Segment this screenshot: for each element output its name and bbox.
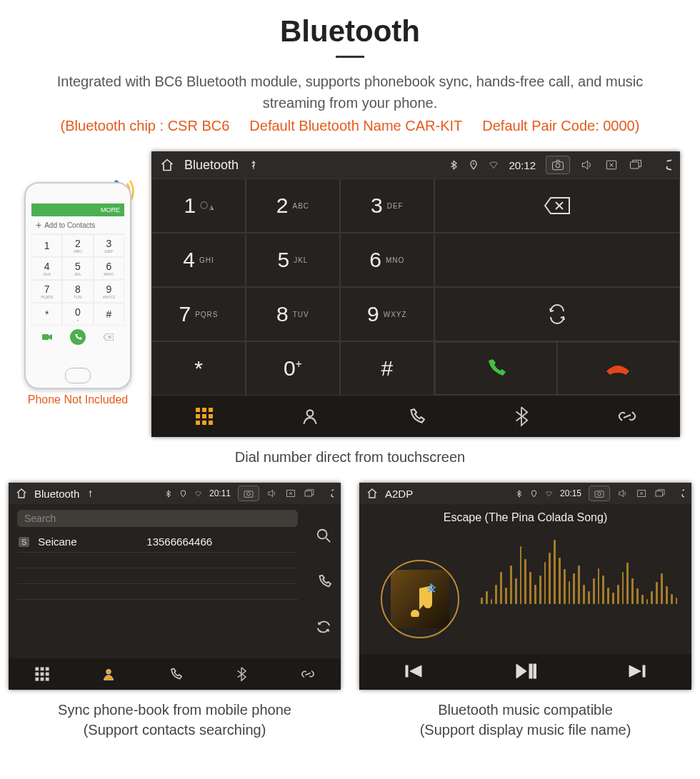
bluetooth-status-icon [515, 490, 523, 498]
dial-key-6[interactable]: 6MNO [340, 233, 434, 287]
next-track-button[interactable] [626, 663, 646, 682]
phone-backspace-icon [94, 326, 124, 348]
call-log-icon[interactable] [316, 573, 331, 589]
page-header: Bluetooth Integrated with BC6 Bluetooth … [0, 0, 700, 134]
close-app-icon[interactable] [636, 488, 647, 499]
dialer-topbar: Bluetooth 20:12 [151, 151, 680, 179]
dialer-bottom-nav [151, 396, 680, 437]
bluetooth-status-icon [164, 490, 172, 498]
spec-pair: Default Pair Code: 0000) [482, 118, 639, 134]
back-icon[interactable] [653, 158, 671, 172]
a2dp-panel: A2DP 20:15 Escape (The Pina Colada Song) [359, 483, 691, 690]
home-icon[interactable] [16, 488, 27, 499]
recent-apps-icon[interactable] [629, 158, 643, 172]
dial-key-9[interactable]: 9WXYZ [340, 287, 434, 341]
dial-key-7[interactable]: 7PQRS [151, 287, 246, 341]
dial-key-2[interactable]: 2ABC [246, 179, 340, 233]
recent-apps-icon[interactable] [654, 488, 666, 499]
svg-point-3 [556, 164, 560, 168]
hangup-button[interactable] [557, 342, 679, 395]
nav-keypad[interactable] [151, 396, 257, 437]
smartphone-mock: MORE + Add to Contacts 12ABC3DEF4GHI5JKL… [24, 182, 131, 389]
nav-link[interactable] [274, 658, 341, 690]
phone-status-bar: MORE [31, 203, 124, 216]
svg-point-1 [473, 163, 474, 164]
home-icon[interactable] [160, 158, 174, 172]
nav-contacts[interactable] [75, 658, 141, 690]
contact-name: Seicane [38, 536, 138, 548]
svg-rect-0 [42, 334, 49, 340]
location-icon [469, 160, 479, 170]
screenshot-button[interactable] [589, 486, 610, 501]
phone-key-8: 8TUV [62, 280, 93, 303]
svg-rect-16 [656, 491, 662, 496]
title-underline [336, 56, 364, 58]
music-note-icon [402, 581, 438, 617]
backspace-button[interactable] [434, 179, 680, 233]
nav-bluetooth[interactable] [208, 658, 274, 690]
wifi-icon [489, 160, 499, 170]
phone-not-included-note: Phone Not Included [17, 393, 139, 406]
nav-call-log[interactable] [141, 658, 208, 690]
back-icon[interactable] [673, 488, 684, 499]
nav-link[interactable] [574, 396, 680, 437]
topbar-title: A2DP [385, 488, 413, 500]
volume-icon[interactable] [266, 488, 278, 499]
equalizer-visual [481, 518, 677, 604]
phone-video-icon [31, 326, 62, 348]
dial-key-3[interactable]: 3DEF [340, 179, 434, 233]
dialer-panel: Bluetooth 20:12 1◯ ◮2ABC3DEF4GHI5JKL6MNO… [151, 151, 680, 437]
svg-rect-13 [595, 491, 604, 498]
dial-key-8[interactable]: 8TUV [246, 287, 340, 341]
bluetooth-status-icon [449, 160, 459, 170]
screenshot-button[interactable] [546, 156, 570, 174]
spec-chip: (Bluetooth chip : CSR BC6 [61, 118, 230, 134]
phone-key-7: 7PQRS [31, 280, 62, 303]
svg-point-14 [598, 492, 601, 496]
screenshot-button[interactable] [238, 486, 259, 501]
volume-icon[interactable] [617, 488, 629, 499]
phone-key-5: 5JKL [62, 257, 93, 280]
nav-bluetooth[interactable] [469, 396, 574, 437]
phone-key-1: 1 [31, 234, 62, 257]
refresh-icon[interactable] [316, 619, 331, 635]
spec-name: Default Bluetooth Name CAR-KIT [249, 118, 462, 134]
location-icon [530, 490, 538, 498]
nav-call-log[interactable] [363, 396, 469, 437]
svg-rect-17 [406, 665, 408, 677]
description-text: Integrated with BC6 Bluetooth module, su… [43, 71, 657, 114]
dial-key-0[interactable]: 0+ [246, 341, 340, 396]
topbar-title: Bluetooth [184, 158, 239, 173]
volume-icon[interactable] [580, 158, 594, 172]
call-button[interactable] [435, 342, 557, 395]
dial-key-4[interactable]: 4GHI [151, 233, 246, 287]
recent-apps-icon[interactable] [304, 488, 315, 499]
search-icon[interactable] [316, 528, 331, 543]
svg-point-12 [106, 669, 111, 674]
close-app-icon[interactable] [604, 158, 619, 172]
dial-key-*[interactable]: * [151, 341, 246, 396]
swap-button[interactable] [434, 287, 680, 341]
svg-rect-10 [305, 491, 311, 496]
prev-track-button[interactable] [404, 663, 424, 682]
home-icon[interactable] [366, 488, 378, 499]
phone-call-icon [70, 329, 86, 345]
close-app-icon[interactable] [285, 488, 296, 499]
topbar-title: Bluetooth [34, 488, 79, 500]
usb-icon [86, 490, 94, 498]
phone-illustration: MORE + Add to Contacts 12ABC3DEF4GHI5JKL… [17, 182, 139, 406]
svg-rect-20 [643, 665, 645, 677]
dial-key-1[interactable]: 1◯ ◮ [151, 179, 246, 233]
nav-contacts[interactable] [257, 396, 363, 437]
play-pause-button[interactable] [514, 662, 536, 683]
empty-row [17, 553, 298, 568]
contact-initial-badge: S [19, 537, 29, 547]
dial-key-5[interactable]: 5JKL [246, 233, 340, 287]
contact-row[interactable]: S Seicane 13566664466 [17, 531, 298, 553]
phone-key-*: * [31, 303, 62, 326]
search-input[interactable]: Search [17, 510, 298, 527]
dial-key-#[interactable]: # [340, 341, 434, 396]
svg-rect-18 [529, 664, 532, 678]
nav-keypad[interactable] [9, 658, 75, 690]
back-icon[interactable] [322, 488, 334, 499]
